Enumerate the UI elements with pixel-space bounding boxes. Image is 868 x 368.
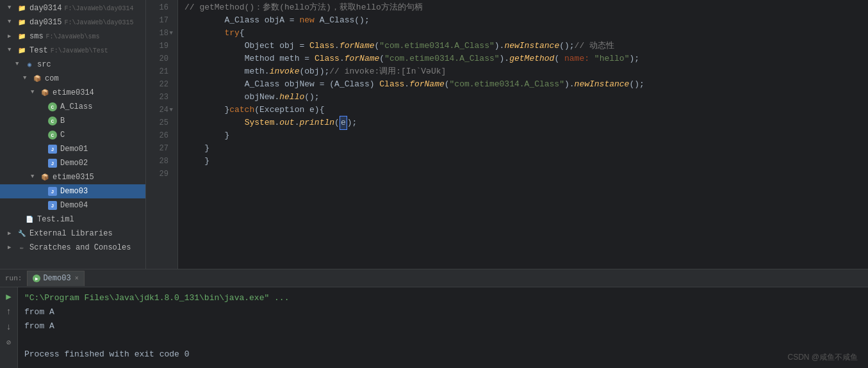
main-area: ▼ 📁 day0314 F:\JavaWeb\day0314 ▼ 📁 day03… xyxy=(0,0,868,269)
arrow-icon: ▼ xyxy=(8,4,15,12)
java-file-icon: J xyxy=(47,158,58,168)
sidebar-item-sms[interactable]: ▶ 📁 sms F:\JavaWeb\sms xyxy=(0,29,145,44)
sidebar-item-label: etime0315 xyxy=(53,173,94,182)
console-text: Process finished with exit code 0 xyxy=(24,349,189,359)
console-area-wrapper: ▶ ↑ ↓ ⊘ "C:\Program Files\Java\jdk1.8.0_… xyxy=(0,287,868,368)
run-tab-icon: ▶ xyxy=(33,275,40,282)
sidebar-item-label: Test xyxy=(29,46,48,55)
sidebar-item-demo01[interactable]: J Demo01 xyxy=(0,142,145,156)
bottom-panel: run: ▶ Demo03 × ▶ ↑ ↓ ⊘ "C:\Program File… xyxy=(0,269,868,368)
sidebar-item-c[interactable]: C C xyxy=(0,128,145,142)
package-icon: 📦 xyxy=(40,88,50,98)
folder-icon: 📁 xyxy=(17,31,27,42)
line-num-18: 18▼ xyxy=(146,27,172,40)
arrow-icon: ▼ xyxy=(23,75,31,83)
java-file-icon: J xyxy=(47,200,58,211)
java-class-icon: C xyxy=(47,116,58,126)
run-tab-demo03[interactable]: ▶ Demo03 × xyxy=(27,271,84,286)
watermark: CSDN @咸鱼不咸鱼 xyxy=(787,352,858,363)
sidebar-item-label: etime0314 xyxy=(53,88,94,97)
arrow-spacer xyxy=(38,117,46,125)
fold-icon[interactable]: ▼ xyxy=(167,104,173,116)
sidebar-item-label: B xyxy=(60,116,65,125)
run-tab-bar: run: ▶ Demo03 × xyxy=(0,269,868,287)
java-file-icon: J xyxy=(47,144,58,154)
code-editor: 16 17 18▼ 19 20 21 22 23 24▼ 25 26 27 28… xyxy=(146,0,868,269)
arrow-spacer xyxy=(38,145,46,153)
folder-icon: 📁 xyxy=(17,17,27,28)
sidebar-item-day0315[interactable]: ▼ 📁 day0315 F:\JavaWeb\day0315 xyxy=(0,15,145,29)
arrow-icon: ▶ xyxy=(8,230,15,237)
sidebar-item-label: A_Class xyxy=(60,102,92,111)
sidebar-item-ext-libs[interactable]: ▶ 🔧 External Libraries xyxy=(0,227,145,241)
sidebar-item-b[interactable]: C B xyxy=(0,114,145,128)
fold-icon[interactable]: ▼ xyxy=(167,27,173,40)
sidebar-item-etime0315[interactable]: ▼ 📦 etime0315 xyxy=(0,170,145,184)
arrow-spacer xyxy=(15,216,23,223)
sidebar-item-src[interactable]: ▼ ◉ src xyxy=(0,58,145,72)
console-text: "C:\Program Files\Java\jdk1.8.0_131\bin\… xyxy=(24,293,289,303)
line-num-22: 22 xyxy=(146,78,172,91)
arrow-icon: ▼ xyxy=(8,47,15,54)
sidebar-item-label: Test.iml xyxy=(37,215,74,224)
sidebar-item-day0314[interactable]: ▼ 📁 day0314 F:\JavaWeb\day0314 xyxy=(0,1,145,15)
code-content[interactable]: // getMethod()：参数(hello方法)，获取hello方法的句柄 … xyxy=(178,0,868,269)
console-line-exit: Process finished with exit code 0 xyxy=(24,348,862,362)
sidebar-item-path: F:\JavaWeb\Test xyxy=(51,47,108,54)
scroll-up-button[interactable]: ↑ xyxy=(3,305,15,318)
code-line-17: A_Class objA = new A_Class(); xyxy=(184,14,868,27)
sidebar-item-path: F:\JavaWeb\day0315 xyxy=(64,19,133,26)
sidebar-item-label: External Libraries xyxy=(29,229,113,238)
sidebar-item-etime0314[interactable]: ▼ 📦 etime0314 xyxy=(0,86,145,100)
sidebar-item-test-iml[interactable]: 📄 Test.iml xyxy=(0,212,145,227)
sidebar-item-label: sms xyxy=(29,32,44,41)
package-icon: 📦 xyxy=(40,172,50,182)
sidebar-item-scratches[interactable]: ▶ ✏️ Scratches and Consoles xyxy=(0,241,145,255)
scroll-down-button[interactable]: ↓ xyxy=(3,321,15,333)
ext-libs-icon: 🔧 xyxy=(17,228,27,239)
line-num-16: 16 xyxy=(146,1,172,14)
code-line-16: // getMethod()：参数(hello方法)，获取hello方法的句柄 xyxy=(184,1,868,14)
clear-button[interactable]: ⊘ xyxy=(3,336,15,349)
run-button[interactable]: ▶ xyxy=(3,290,15,303)
code-line-29 xyxy=(184,168,868,180)
sidebar-item-demo02[interactable]: J Demo02 xyxy=(0,156,145,170)
code-line-25: System.out.println(e); xyxy=(184,116,868,129)
console-area: ▶ ↑ ↓ ⊘ "C:\Program Files\Java\jdk1.8.0_… xyxy=(0,287,868,368)
console-line-1: from A xyxy=(24,305,862,319)
sidebar-item-label: Demo03 xyxy=(60,187,88,196)
code-line-20: Method meth = Class.forName("com.etime03… xyxy=(184,52,868,65)
sidebar-item-label: C xyxy=(60,131,65,140)
code-line-23: objNew.hello(); xyxy=(184,91,868,104)
close-tab-button[interactable]: × xyxy=(75,275,79,282)
arrow-spacer xyxy=(38,202,46,209)
code-line-22: A_Class objNew = (A_Class) Class.forName… xyxy=(184,78,868,91)
arrow-icon: ▼ xyxy=(8,19,15,26)
arrow-icon: ▼ xyxy=(15,61,23,68)
arrow-spacer xyxy=(38,131,46,139)
sidebar-item-demo03[interactable]: J Demo03 xyxy=(0,184,145,198)
arrow-icon: ▼ xyxy=(31,173,38,181)
sidebar-item-label: Demo04 xyxy=(60,201,88,210)
sidebar-item-a-class[interactable]: C A_Class xyxy=(0,100,145,114)
sidebar-item-test[interactable]: ▼ 📁 Test F:\JavaWeb\Test xyxy=(0,44,145,58)
run-label: run: xyxy=(5,275,22,282)
line-num-20: 20 xyxy=(146,52,172,65)
code-line-18: try{ xyxy=(184,27,868,40)
line-num-27: 27 xyxy=(146,142,172,155)
line-num-24: 24▼ xyxy=(146,104,172,116)
folder-icon: 📁 xyxy=(17,3,27,13)
code-line-28: } xyxy=(184,155,868,168)
line-num-29: 29 xyxy=(146,168,172,180)
package-icon: 📦 xyxy=(32,74,42,84)
console-line-empty xyxy=(24,333,862,348)
run-tab-label: Demo03 xyxy=(43,274,70,283)
sidebar-item-demo04[interactable]: J Demo04 xyxy=(0,198,145,212)
sidebar-item-com[interactable]: ▼ 📦 com xyxy=(0,72,145,86)
sidebar-item-label: src xyxy=(37,60,51,69)
arrow-icon: ▼ xyxy=(31,89,38,97)
code-line-19: Object obj = Class.forName("com.etime031… xyxy=(184,40,868,52)
line-num-26: 26 xyxy=(146,129,172,142)
sidebar-item-label: Scratches and Consoles xyxy=(29,243,131,252)
line-num-17: 17 xyxy=(146,14,172,27)
